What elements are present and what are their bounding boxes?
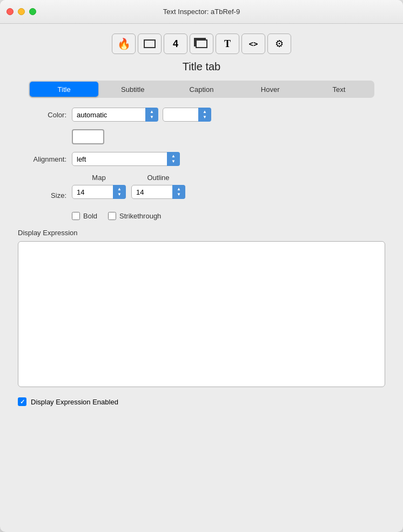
color-secondary-container: ▲ ▼ [163, 108, 211, 122]
strikethrough-checkbox-item: Strikethrough [108, 212, 161, 220]
toolbar-btn-code[interactable]: <> [241, 34, 265, 54]
outline-size-container: ▲ ▼ [131, 185, 185, 199]
toolbar-btn-shape[interactable] [138, 34, 162, 54]
map-label: Map [72, 174, 126, 182]
size-row: Size: ▲ ▼ ▲ ▼ [18, 185, 385, 205]
window-content: 🔥 4 T <> ⚙ Title tab Title [0, 24, 403, 532]
rect-icon [196, 39, 207, 48]
close-button[interactable] [6, 8, 14, 15]
bold-checkbox-item: Bold [72, 212, 97, 220]
display-expression-textarea[interactable] [18, 241, 385, 387]
color-select-container: automatic ▲ ▼ [72, 108, 158, 122]
outline-size-input[interactable] [131, 185, 185, 199]
tab-subtitle[interactable]: Subtitle [98, 82, 167, 97]
text-icon: T [224, 38, 231, 50]
toolbar-btn-rect[interactable] [190, 34, 213, 54]
toolbar-btn-number[interactable]: 4 [164, 34, 187, 54]
color-preview-box[interactable] [72, 129, 104, 144]
tab-title[interactable]: Title [30, 82, 98, 97]
color-controls: automatic ▲ ▼ ▲ ▼ [72, 108, 211, 122]
display-expression-enabled-row: Display Expression Enabled [18, 397, 385, 406]
main-window: Text Inspector: aTbRef-9 🔥 4 T <> [0, 0, 403, 532]
color-select[interactable]: automatic [72, 108, 158, 122]
titlebar: Text Inspector: aTbRef-9 [0, 0, 403, 24]
size-labels-row: Map Outline [18, 174, 385, 182]
size-label: Size: [18, 191, 66, 200]
alignment-label: Alignment: [18, 155, 66, 163]
maximize-button[interactable] [29, 8, 36, 15]
color-label: Color: [18, 111, 66, 119]
toolbar-btn-gear[interactable]: ⚙ [267, 34, 291, 54]
alignment-select-container: left ▲ ▼ [72, 152, 180, 166]
tab-hover[interactable]: Hover [236, 82, 305, 97]
map-size-input[interactable] [72, 185, 126, 199]
gear-icon: ⚙ [275, 38, 284, 50]
bold-label[interactable]: Bold [83, 212, 97, 220]
toolbar-btn-text[interactable]: T [216, 34, 239, 54]
tab-bar: Title Subtitle Caption Hover Text [29, 81, 374, 98]
color-row: Color: automatic ▲ ▼ [18, 108, 385, 122]
alignment-row: Alignment: left ▲ ▼ [18, 152, 385, 166]
minimize-button[interactable] [18, 8, 25, 15]
checkbox-row: Bold Strikethrough [18, 212, 385, 220]
bold-checkbox[interactable] [72, 212, 80, 220]
toolbar-btn-flame[interactable]: 🔥 [112, 34, 136, 54]
color-secondary-select[interactable] [163, 108, 211, 122]
display-expression-label: Display Expression [18, 229, 385, 237]
number-icon: 4 [173, 38, 178, 50]
form-area: Color: automatic ▲ ▼ [18, 108, 385, 406]
outline-label: Outline [131, 174, 185, 182]
display-expression-enabled-label: Display Expression Enabled [31, 398, 118, 406]
window-controls [6, 8, 36, 15]
flame-icon: 🔥 [117, 37, 131, 50]
tab-text[interactable]: Text [305, 82, 373, 97]
strikethrough-checkbox[interactable] [108, 212, 116, 220]
strikethrough-label[interactable]: Strikethrough [119, 212, 161, 220]
tab-caption[interactable]: Caption [167, 82, 236, 97]
alignment-select[interactable]: left [72, 152, 180, 166]
toolbar: 🔥 4 T <> ⚙ [112, 34, 291, 54]
map-size-container: ▲ ▼ [72, 185, 126, 199]
color-preview-row [18, 129, 385, 144]
window-title: Text Inspector: aTbRef-9 [163, 8, 240, 16]
shape-icon [144, 39, 156, 48]
display-expression-enabled-checkbox[interactable] [18, 397, 26, 406]
size-inputs: ▲ ▼ ▲ ▼ [72, 185, 185, 199]
code-icon: <> [249, 39, 258, 48]
section-title: Title tab [183, 61, 220, 73]
